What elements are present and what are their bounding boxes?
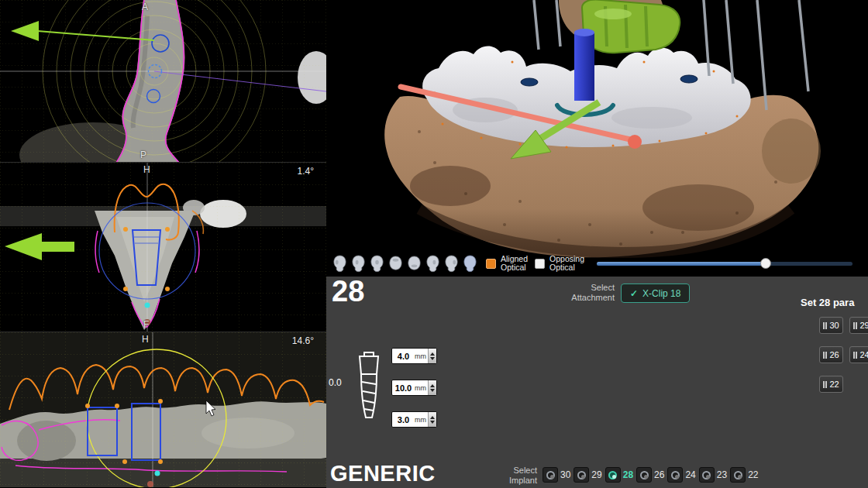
implant-brand-label: GENERIC <box>330 461 436 486</box>
ct-view-coronal[interactable]: H F 1.4° <box>0 163 326 332</box>
tooth-option-23[interactable]: 23 <box>699 467 727 483</box>
head-view-top-icon[interactable] <box>387 253 405 274</box>
opposing-optical-checkbox[interactable] <box>535 259 545 269</box>
implant-offset-value: 0.0 <box>329 377 342 388</box>
implant-diameter-spinner[interactable]: 4.0 mm <box>391 348 437 364</box>
orientation-label-head: H <box>142 334 149 345</box>
aligned-optical-toggle[interactable]: Aligned Optical <box>486 255 528 273</box>
diameter-unit: mm <box>415 352 428 360</box>
diameter-value: 4.0 <box>392 352 415 361</box>
tooth-option-28[interactable]: 28 <box>605 467 633 483</box>
tip-value: 3.0 <box>392 415 415 424</box>
double-bar-icon <box>853 322 857 329</box>
radio-icon[interactable] <box>667 467 683 483</box>
3d-model-view[interactable]: Aligned Optical Opposing Optical <box>326 0 868 277</box>
spinner-arrows[interactable] <box>428 349 436 363</box>
implant-length-spinner[interactable]: 10.0 mm <box>391 380 437 396</box>
transparency-slider[interactable] <box>597 258 852 269</box>
double-bar-icon <box>853 352 857 359</box>
radio-icon[interactable] <box>605 467 621 483</box>
spin-up-icon[interactable] <box>430 384 435 387</box>
slider-handle[interactable] <box>760 258 771 269</box>
implant-control-panel: 28 Select Attachment ✓ X-Clip 18 Set 28 … <box>326 277 868 488</box>
copy-params-tooth-24-button[interactable]: 24 <box>849 346 868 363</box>
ct-view-panoramic[interactable]: H 14.6° <box>0 332 326 487</box>
app-root: A P <box>0 0 868 488</box>
apex-dot[interactable] <box>155 471 160 476</box>
head-view-bottom-icon[interactable] <box>405 253 423 274</box>
copy-params-tooth-26-button[interactable]: 26 <box>819 346 843 363</box>
orientation-label-head: H <box>143 164 150 175</box>
implant-tip-spinner[interactable]: 3.0 mm <box>391 411 437 428</box>
orientation-label-posterior: P <box>140 149 146 160</box>
tip-unit: mm <box>415 416 428 424</box>
opposing-optical-toggle[interactable]: Opposing Optical <box>535 255 584 273</box>
ct-view-axial[interactable]: A P <box>0 0 326 163</box>
spin-up-icon[interactable] <box>430 416 435 419</box>
viewer-toolbar: Aligned Optical Opposing Optical <box>326 250 868 277</box>
set-parameters-label: Set 28 para <box>801 297 854 308</box>
tooth-option-22[interactable]: 22 <box>730 467 758 483</box>
select-attachment-label: Select Attachment <box>557 283 615 303</box>
radio-icon[interactable] <box>542 467 558 483</box>
head-view-front-icon[interactable] <box>368 253 386 274</box>
tooth-option-30[interactable]: 30 <box>542 467 570 483</box>
slider-fill <box>597 262 766 266</box>
attachment-select-button[interactable]: ✓ X-Clip 18 <box>621 284 690 303</box>
ct-coronal-canvas <box>0 163 326 332</box>
spinner-arrows[interactable] <box>428 380 436 395</box>
implant-site-marker <box>680 75 698 83</box>
head-view-right-front-icon[interactable] <box>424 253 442 274</box>
ct-views-column: A P <box>0 0 326 488</box>
aligned-optical-checkbox[interactable] <box>486 259 496 269</box>
head-view-right-icon[interactable] <box>443 253 460 274</box>
attachment-button-label: X-Clip 18 <box>642 288 680 299</box>
head-view-back-icon[interactable] <box>461 253 479 274</box>
orientation-label-anterior: A <box>142 2 148 12</box>
implant-diagram-icon <box>352 351 386 424</box>
opposing-optical-label: Opposing Optical <box>549 255 584 273</box>
copy-parameters-group: 30 29 26 24 22 <box>819 317 868 393</box>
radio-icon[interactable] <box>699 467 715 483</box>
angle-readout: 14.6° <box>292 335 314 346</box>
ct-axial-canvas <box>0 0 326 163</box>
angle-readout: 1.4° <box>298 166 314 177</box>
3d-scene-canvas <box>326 0 868 277</box>
length-value: 10.0 <box>392 383 415 393</box>
tooth-option-26[interactable]: 26 <box>636 467 664 483</box>
right-column: Aligned Optical Opposing Optical <box>326 0 868 488</box>
head-view-left-icon[interactable] <box>331 253 349 274</box>
aligned-optical-label: Aligned Optical <box>501 255 528 273</box>
radio-icon[interactable] <box>574 467 589 483</box>
current-tooth-number: 28 <box>332 275 364 308</box>
spinner-arrows[interactable] <box>428 412 436 427</box>
spin-down-icon[interactable] <box>430 357 435 360</box>
nerve-dot <box>147 481 153 487</box>
implant-cylinder[interactable] <box>574 29 594 101</box>
spin-down-icon[interactable] <box>430 421 435 424</box>
double-bar-icon <box>823 352 827 359</box>
double-bar-icon <box>823 381 827 388</box>
check-icon: ✓ <box>630 288 638 299</box>
tooth-option-24[interactable]: 24 <box>667 467 695 483</box>
length-unit: mm <box>415 384 428 392</box>
view-orientation-group <box>331 253 479 274</box>
tooth-option-29[interactable]: 29 <box>574 467 601 483</box>
radio-icon[interactable] <box>730 467 746 483</box>
apex-dot[interactable] <box>145 303 150 308</box>
spin-up-icon[interactable] <box>430 352 435 356</box>
orientation-label-foot: F <box>143 319 149 330</box>
attachment-model[interactable] <box>582 0 680 53</box>
copy-params-tooth-22-button[interactable]: 22 <box>819 376 843 393</box>
double-bar-icon <box>823 322 827 329</box>
implant-site-marker <box>521 78 538 86</box>
radio-icon[interactable] <box>636 467 652 483</box>
copy-params-tooth-29-button[interactable]: 29 <box>849 317 868 334</box>
ct-panoramic-canvas <box>0 332 326 487</box>
select-implant-label: Select Implant <box>483 466 537 486</box>
spin-down-icon[interactable] <box>430 389 435 392</box>
head-view-left-front-icon[interactable] <box>350 253 367 274</box>
tooth-selector-row: 30 29 28 26 24 23 22 <box>542 467 759 483</box>
copy-params-tooth-30-button[interactable]: 30 <box>819 317 843 334</box>
